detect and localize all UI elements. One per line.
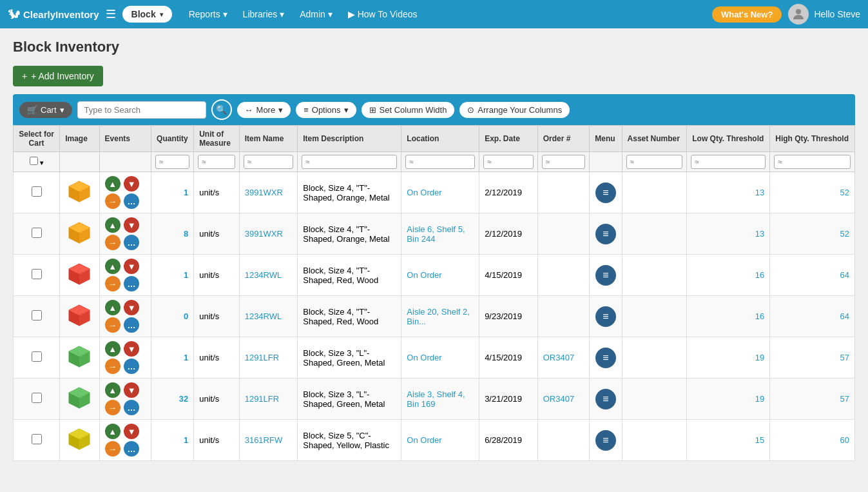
row-menu-button-4[interactable]: ≡: [595, 348, 616, 368]
row-menu-button-2[interactable]: ≡: [595, 265, 616, 286]
asset-filter-input[interactable]: [626, 155, 683, 169]
admin-nav-link[interactable]: Admin ▾: [293, 5, 339, 23]
more-actions-button-5[interactable]: …: [124, 400, 139, 415]
qty-filter-input[interactable]: [155, 155, 189, 169]
events-cell-3: ▲ ▼ → …: [99, 296, 151, 337]
more-actions-button-6[interactable]: …: [124, 441, 139, 457]
more-actions-button-3[interactable]: …: [124, 317, 139, 333]
exp-date-filter-cell: [479, 152, 538, 172]
location-cell-2[interactable]: On Order: [401, 255, 479, 296]
low-qty-cell-3: 16: [687, 296, 770, 337]
select-all-caret-icon[interactable]: ▾: [40, 159, 43, 166]
asset-cell-1: [622, 213, 687, 255]
item-name-filter-input[interactable]: [244, 155, 294, 169]
qty-cell-6: 1: [151, 420, 194, 461]
options-button[interactable]: ≡ Options ▾: [296, 102, 356, 118]
logo-text: ClearlyInventory: [23, 9, 99, 20]
add-stock-button-2[interactable]: ▲: [105, 259, 121, 274]
transfer-button-6[interactable]: →: [105, 441, 121, 457]
transfer-button-5[interactable]: →: [105, 400, 121, 415]
more-actions-button-4[interactable]: …: [124, 359, 139, 374]
arrange-columns-button[interactable]: ⊙ Arrange Your Columns: [459, 102, 570, 118]
row-menu-button-0[interactable]: ≡: [595, 182, 616, 203]
row-checkbox-1[interactable]: [32, 228, 42, 238]
item-name-cell-5[interactable]: 1291LFR: [239, 379, 298, 420]
remove-stock-button-0[interactable]: ▼: [124, 176, 139, 192]
row-menu-button-6[interactable]: ≡: [595, 430, 616, 451]
uom-filter-input[interactable]: [198, 155, 235, 169]
qty-cell-2: 1: [151, 255, 194, 296]
item-name-cell-6[interactable]: 3161RFW: [239, 420, 298, 461]
more-actions-button-2[interactable]: …: [124, 276, 139, 291]
remove-stock-button-1[interactable]: ▼: [124, 217, 139, 233]
more-actions-button-1[interactable]: …: [124, 235, 139, 250]
transfer-button-0[interactable]: →: [105, 193, 121, 209]
location-cell-4[interactable]: On Order: [401, 337, 479, 379]
transfer-button-1[interactable]: →: [105, 235, 121, 250]
reports-nav-link[interactable]: Reports ▾: [182, 5, 234, 23]
low-qty-cell-2: 16: [687, 255, 770, 296]
row-checkbox-0[interactable]: [32, 186, 42, 197]
transfer-button-2[interactable]: →: [105, 276, 121, 291]
transfer-button-4[interactable]: →: [105, 359, 121, 374]
add-stock-button-5[interactable]: ▲: [105, 382, 121, 398]
remove-stock-button-5[interactable]: ▼: [124, 382, 139, 398]
row-checkbox-6[interactable]: [32, 434, 42, 444]
menu-cell-0: ≡: [590, 172, 622, 213]
add-stock-button-1[interactable]: ▲: [105, 217, 121, 233]
row-menu-button-5[interactable]: ≡: [595, 389, 616, 409]
more-button[interactable]: ↔ More ▾: [237, 102, 291, 118]
item-name-cell-3[interactable]: 1234RWL: [239, 296, 298, 337]
row-checkbox-5[interactable]: [32, 393, 42, 403]
item-desc-filter-cell: [298, 152, 401, 172]
add-stock-button-4[interactable]: ▲: [105, 341, 121, 357]
add-stock-button-0[interactable]: ▲: [105, 176, 121, 192]
add-stock-button-3[interactable]: ▲: [105, 300, 121, 315]
table-row: ▲ ▼ → … 1 unit/s 1234RWL Block, Size 4, …: [14, 255, 855, 296]
search-button[interactable]: 🔍: [211, 99, 232, 120]
location-cell-0[interactable]: On Order: [401, 172, 479, 213]
more-actions-button-0[interactable]: …: [124, 193, 139, 209]
row-checkbox-4[interactable]: [32, 351, 42, 362]
item-name-cell-1[interactable]: 3991WXR: [239, 213, 298, 255]
select-all-checkbox[interactable]: [30, 157, 38, 165]
item-name-header: Item Name: [239, 126, 298, 152]
high-qty-filter-input[interactable]: [774, 155, 851, 169]
order-filter-input[interactable]: [542, 155, 586, 169]
block-selector-button[interactable]: Block ▾: [122, 6, 172, 23]
location-cell-6[interactable]: On Order: [401, 420, 479, 461]
menu-cell-6: ≡: [590, 420, 622, 461]
row-checkbox-3[interactable]: [32, 310, 42, 320]
row-menu-button-3[interactable]: ≡: [595, 306, 616, 327]
item-name-cell-2[interactable]: 1234RWL: [239, 255, 298, 296]
libraries-nav-link[interactable]: Libraries ▾: [236, 5, 291, 23]
exp-date-cell-3: 9/23/2019: [479, 296, 538, 337]
how-to-nav-link[interactable]: ▶ How To Videos: [342, 5, 424, 23]
low-qty-filter-input[interactable]: [691, 155, 766, 169]
column-header-row: Select forCart Image Events Quantity Uni…: [14, 126, 855, 152]
row-menu-button-1[interactable]: ≡: [595, 224, 616, 244]
item-desc-cell-4: Block, Size 3, "L"-Shaped, Green, Metal: [298, 337, 401, 379]
high-qty-cell-4: 57: [770, 337, 855, 379]
whats-new-button[interactable]: What's New?: [712, 6, 782, 23]
row-checkbox-2[interactable]: [32, 269, 42, 279]
remove-stock-button-3[interactable]: ▼: [124, 300, 139, 315]
search-input[interactable]: [77, 101, 206, 119]
item-desc-filter-input[interactable]: [302, 155, 397, 169]
qty-cell-0: 1: [151, 172, 194, 213]
add-inventory-button[interactable]: + + Add Inventory: [13, 66, 103, 86]
low-qty-cell-6: 15: [687, 420, 770, 461]
remove-stock-button-2[interactable]: ▼: [124, 259, 139, 274]
item-name-cell-0[interactable]: 3991WXR: [239, 172, 298, 213]
hamburger-icon[interactable]: ☰: [106, 7, 116, 21]
add-stock-button-6[interactable]: ▲: [105, 424, 121, 439]
remove-stock-button-6[interactable]: ▼: [124, 424, 139, 439]
location-filter-input[interactable]: [405, 155, 475, 169]
transfer-button-3[interactable]: →: [105, 317, 121, 333]
asset-cell-0: [622, 172, 687, 213]
set-column-width-button[interactable]: ⊞ Set Column Width: [362, 102, 455, 118]
cart-button[interactable]: 🛒 🛒 Cart ▾ Cart ▾: [19, 102, 72, 118]
exp-date-filter-input[interactable]: [483, 155, 534, 169]
item-name-cell-4[interactable]: 1291LFR: [239, 337, 298, 379]
remove-stock-button-4[interactable]: ▼: [124, 341, 139, 357]
